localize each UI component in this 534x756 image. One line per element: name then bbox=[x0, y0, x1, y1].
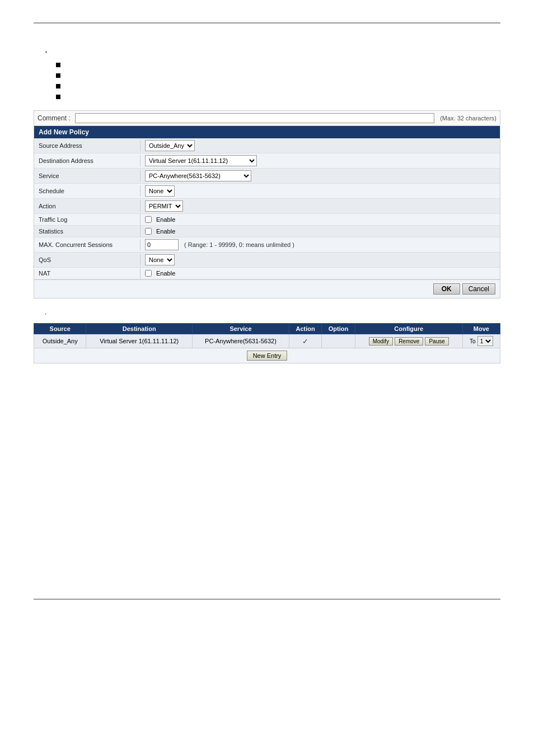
form-row-service: Service PC-Anywhere(5631-5632) bbox=[34, 169, 500, 184]
second-bullet-dot: · bbox=[45, 310, 500, 318]
row-service: PC-Anywhere(5631-5632) bbox=[192, 334, 289, 348]
new-entry-cell: New Entry bbox=[34, 348, 500, 363]
qos-select[interactable]: None bbox=[145, 254, 175, 265]
form-row-destination: Destination Address Virtual Server 1(61.… bbox=[34, 153, 500, 169]
col-configure: Configure bbox=[355, 324, 462, 334]
bullet-square-icon bbox=[56, 63, 60, 67]
max-sessions-input[interactable] bbox=[145, 239, 179, 250]
form-row-qos: QoS None bbox=[34, 253, 500, 268]
col-source: Source bbox=[34, 324, 86, 334]
modify-button[interactable]: Modify bbox=[369, 337, 393, 346]
statistics-value: Enable bbox=[140, 226, 180, 236]
bullet-item-4 bbox=[56, 93, 500, 99]
second-bullet-section: · bbox=[45, 310, 500, 318]
row-option bbox=[322, 334, 355, 348]
bullet-square-icon-3 bbox=[56, 84, 60, 88]
new-entry-row: New Entry bbox=[34, 348, 500, 363]
service-value: PC-Anywhere(5631-5632) bbox=[140, 169, 256, 183]
nat-checkbox[interactable] bbox=[145, 270, 152, 277]
nat-value: Enable bbox=[140, 268, 180, 278]
statistics-label: Statistics bbox=[34, 226, 140, 237]
max-sessions-label: MAX. Concurrent Sessions bbox=[34, 239, 140, 250]
policy-table: Source Destination Service Action Option… bbox=[34, 323, 500, 363]
bullet-item-3 bbox=[56, 82, 500, 88]
service-select[interactable]: PC-Anywhere(5631-5632) bbox=[145, 170, 251, 181]
comment-row: Comment : (Max. 32 characters) bbox=[34, 111, 500, 126]
row-destination: Virtual Server 1(61.11.11.12) bbox=[86, 334, 192, 348]
nat-label: NAT bbox=[34, 268, 140, 279]
new-entry-button[interactable]: New Entry bbox=[247, 351, 288, 361]
sub-bullets bbox=[56, 61, 500, 99]
comment-input[interactable] bbox=[75, 113, 434, 123]
form-row-schedule: Schedule None bbox=[34, 184, 500, 199]
destination-address-label: Destination Address bbox=[34, 155, 140, 166]
form-row-max-sessions: MAX. Concurrent Sessions ( Range: 1 - 99… bbox=[34, 237, 500, 253]
move-select[interactable]: 1 bbox=[477, 336, 493, 346]
remove-button[interactable]: Remove bbox=[395, 337, 423, 346]
action-select[interactable]: PERMIT bbox=[145, 200, 183, 212]
traffic-log-enable-text: Enable bbox=[156, 216, 175, 223]
traffic-log-checkbox[interactable] bbox=[145, 216, 152, 223]
row-action: ✓ bbox=[289, 334, 322, 348]
row-source: Outside_Any bbox=[34, 334, 86, 348]
qos-label: QoS bbox=[34, 254, 140, 265]
comment-hint: (Max. 32 characters) bbox=[440, 115, 496, 122]
form-row-statistics: Statistics Enable bbox=[34, 226, 500, 237]
bullet-item-1 bbox=[56, 61, 500, 67]
form-row-traffic-log: Traffic Log Enable bbox=[34, 214, 500, 226]
max-sessions-value: ( Range: 1 - 99999, 0: means unlimited ) bbox=[140, 237, 299, 252]
bullet-square-icon-4 bbox=[56, 95, 60, 99]
action-checkmark: ✓ bbox=[302, 337, 308, 346]
nat-enable-text: Enable bbox=[156, 270, 175, 277]
row-move: To 1 bbox=[462, 334, 500, 348]
destination-address-select[interactable]: Virtual Server 1(61.11.11.12) bbox=[145, 155, 257, 166]
qos-value: None bbox=[140, 253, 179, 267]
bullet-dot: · bbox=[45, 46, 500, 58]
col-action: Action bbox=[289, 324, 322, 334]
source-address-select[interactable]: Outside_Any bbox=[145, 140, 195, 151]
source-address-label: Source Address bbox=[34, 140, 140, 151]
statistics-enable-text: Enable bbox=[156, 228, 175, 235]
form-row-nat: NAT Enable bbox=[34, 268, 500, 279]
traffic-log-value: Enable bbox=[140, 214, 180, 225]
action-label: Action bbox=[34, 200, 140, 212]
destination-address-value: Virtual Server 1(61.11.11.12) bbox=[140, 153, 261, 168]
bullet-section: · bbox=[45, 46, 500, 99]
row-configure: Modify Remove Pause bbox=[355, 334, 462, 348]
form-header: Add New Policy bbox=[34, 126, 500, 138]
col-move: Move bbox=[462, 324, 500, 334]
max-sessions-hint: ( Range: 1 - 99999, 0: means unlimited ) bbox=[184, 241, 294, 248]
comment-label: Comment : bbox=[38, 114, 71, 122]
service-label: Service bbox=[34, 170, 140, 181]
table-row: Outside_Any Virtual Server 1(61.11.11.12… bbox=[34, 334, 500, 348]
schedule-value: None bbox=[140, 184, 179, 198]
bullet-square-icon-2 bbox=[56, 73, 60, 78]
form-footer: OK Cancel bbox=[34, 279, 500, 298]
cancel-button[interactable]: Cancel bbox=[462, 283, 495, 295]
policy-form: Comment : (Max. 32 characters) Add New P… bbox=[34, 110, 500, 298]
traffic-log-label: Traffic Log bbox=[34, 214, 140, 225]
col-service: Service bbox=[192, 324, 289, 334]
bullet-item-2 bbox=[56, 72, 500, 78]
col-option: Option bbox=[322, 324, 355, 334]
col-destination: Destination bbox=[86, 324, 192, 334]
ok-button[interactable]: OK bbox=[433, 283, 460, 295]
action-value: PERMIT bbox=[140, 199, 188, 213]
to-label: To bbox=[470, 338, 476, 344]
pause-button[interactable]: Pause bbox=[425, 337, 448, 346]
form-row-source: Source Address Outside_Any bbox=[34, 138, 500, 153]
schedule-select[interactable]: None bbox=[145, 185, 175, 197]
source-address-value: Outside_Any bbox=[140, 138, 199, 153]
form-row-action: Action PERMIT bbox=[34, 199, 500, 214]
schedule-label: Schedule bbox=[34, 185, 140, 197]
statistics-checkbox[interactable] bbox=[145, 228, 152, 235]
